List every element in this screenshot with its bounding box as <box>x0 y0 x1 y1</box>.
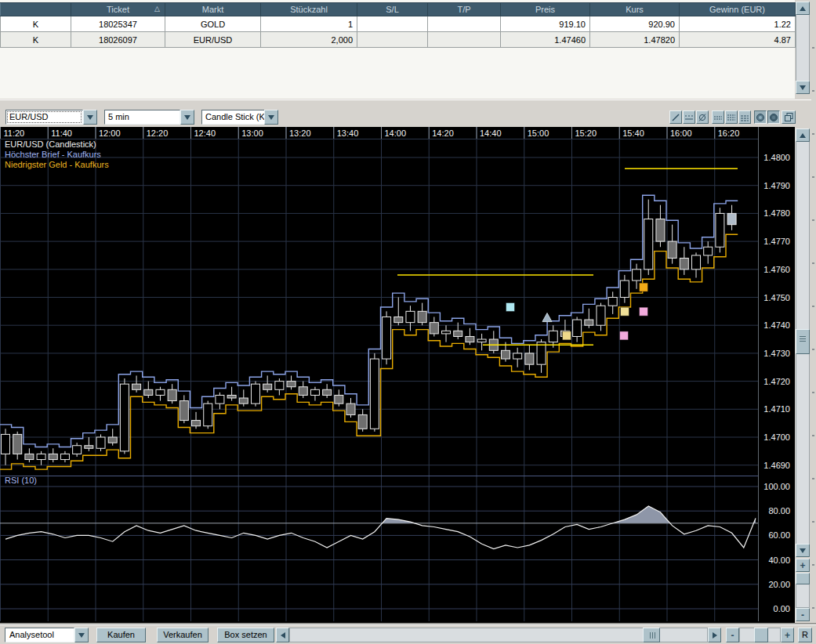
plus-icon: + <box>785 631 790 640</box>
table-cell: 919.10 <box>501 16 590 32</box>
positions-scroll-down-button[interactable] <box>796 81 810 94</box>
chart-label: 16:20 <box>718 128 740 138</box>
symbol-select[interactable]: EUR/USD <box>5 110 83 125</box>
chart-label: 14:00 <box>385 128 407 138</box>
column-header[interactable]: Markt <box>165 3 261 16</box>
interval-select-arrow-button[interactable] <box>180 110 194 125</box>
chart-label: 1.4740 <box>763 320 790 330</box>
position-row[interactable]: K18026097EUR/USD2,0001.474601.478204.87 <box>1 32 796 48</box>
grip-icon <box>648 632 655 639</box>
vertical-zoom-in-button[interactable]: + <box>796 559 810 572</box>
table-cell: 1.22 <box>680 16 796 32</box>
verkaufen-button[interactable]: Verkaufen <box>157 628 209 642</box>
chart-marker[interactable] <box>563 331 571 340</box>
chart-toolbar: EUR/USD 5 min Candle Stick (Kerze <box>0 99 816 127</box>
table-cell: GOLD <box>165 16 261 32</box>
price-chart[interactable]: 11:2011:4012:0012:2012:4013:0013:2013:40… <box>0 127 795 624</box>
column-header[interactable]: Ticket△ <box>71 3 165 16</box>
chart-label: EUR/USD (Candlestick) <box>5 139 96 149</box>
chart-scroll-down-button[interactable] <box>796 544 810 557</box>
column-header[interactable]: Gewinn (EUR) <box>680 3 796 16</box>
chart-label: 100.00 <box>763 482 790 491</box>
column-header[interactable]: Kurs <box>590 3 680 16</box>
chart-label: 11:40 <box>51 128 72 138</box>
arrow-down-icon <box>800 548 806 553</box>
chart-label: 12:00 <box>99 128 121 138</box>
clear-drawings-button[interactable] <box>696 110 709 124</box>
chevron-down-icon <box>78 633 85 638</box>
chevron-down-icon <box>268 115 274 120</box>
chart-label: 14:40 <box>480 128 502 138</box>
chart-label: 13:40 <box>337 128 359 138</box>
horizontal-zoom-thumb[interactable] <box>754 628 768 642</box>
positions-panel: Ticket△MarktStückzahlS/LT/PPreisKursGewi… <box>0 0 795 99</box>
table-cell: 18026097 <box>71 32 165 48</box>
chart-marker[interactable] <box>640 283 648 291</box>
symbol-select-arrow-button[interactable] <box>83 110 97 125</box>
sphere-icon <box>756 113 765 122</box>
arrow-up-icon <box>800 133 806 138</box>
chart-label: 12:20 <box>147 128 169 138</box>
layout-rows-3-button[interactable] <box>738 110 751 124</box>
chart-type-select-arrow-button[interactable] <box>264 110 278 125</box>
table-cell <box>357 32 428 48</box>
line-draw-tool-button[interactable] <box>669 110 682 124</box>
chart-marker[interactable] <box>640 307 648 316</box>
pattern-sphere-light-button[interactable] <box>767 110 780 124</box>
chart-scrollbar-thumb[interactable] <box>796 329 810 354</box>
chart-label: 1.4690 <box>763 461 790 470</box>
indicator-settings-button[interactable] <box>683 110 695 124</box>
table-cell: K <box>1 16 71 32</box>
table-cell: 1 <box>261 16 357 32</box>
minus-icon: - <box>801 610 804 620</box>
table-cell: 920.90 <box>590 16 680 32</box>
table-cell: 2,000 <box>261 32 357 48</box>
table-cell <box>428 32 501 48</box>
chart-marker[interactable] <box>620 331 629 340</box>
reset-button[interactable]: R <box>798 628 812 642</box>
chart-scroll-up-button[interactable] <box>796 128 810 142</box>
cascade-windows-icon <box>784 112 794 122</box>
chart-label: 60.00 <box>768 530 790 540</box>
positions-scroll-up-button[interactable] <box>796 2 810 15</box>
cascade-windows-button[interactable] <box>782 110 796 124</box>
chart-marker[interactable] <box>506 302 515 311</box>
horizontal-zoom-in-button[interactable]: + <box>781 628 794 642</box>
vertical-zoom-out-button[interactable]: - <box>796 608 810 621</box>
column-header[interactable]: S/L <box>357 3 428 16</box>
layout-rows-1-button[interactable] <box>712 110 724 124</box>
chart-hscrollbar-thumb[interactable] <box>643 628 660 642</box>
chart-label: 11:20 <box>4 128 25 138</box>
edge-splitter[interactable] <box>811 0 816 644</box>
column-header[interactable] <box>1 3 71 16</box>
interval-select[interactable]: 5 min <box>104 110 180 125</box>
chart-label: 1.4770 <box>763 237 790 246</box>
positions-table: Ticket△MarktStückzahlS/LT/PPreisKursGewi… <box>0 2 796 48</box>
table-cell: K <box>1 32 71 48</box>
chart-marker[interactable] <box>621 307 629 316</box>
vertical-zoom-thumb[interactable] <box>796 573 810 584</box>
layout-rows-2-button[interactable] <box>725 110 738 124</box>
chart-scroll-right-button[interactable] <box>708 628 721 642</box>
analysetool-select[interactable]: Analysetool <box>5 628 74 642</box>
chart-label: Höchster Brief - Kaufkurs <box>5 150 101 159</box>
chevron-down-icon <box>184 115 190 120</box>
position-row[interactable]: K18025347GOLD1919.10920.901.22 <box>1 16 796 32</box>
column-header[interactable]: Preis <box>501 3 590 16</box>
chart-label: 1.4800 <box>763 153 790 162</box>
trading-app-window: Ticket△MarktStückzahlS/LT/PPreisKursGewi… <box>0 0 816 644</box>
column-header[interactable]: T/P <box>428 3 501 16</box>
analysetool-arrow-button[interactable] <box>74 628 89 642</box>
table-cell: 1.47460 <box>501 32 590 48</box>
horizontal-zoom-out-button[interactable]: - <box>726 628 739 642</box>
table-cell: 1.47820 <box>590 32 680 48</box>
chart-scroll-left-button[interactable] <box>276 628 289 642</box>
sort-indicator-icon: △ <box>154 5 160 13</box>
dashed-lines-icon <box>684 113 694 122</box>
kaufen-button[interactable]: Kaufen <box>96 628 146 642</box>
chart-label: RSI (10) <box>5 476 37 485</box>
chart-label: 1.4790 <box>763 181 790 190</box>
column-header[interactable]: Stückzahl <box>261 3 357 16</box>
pattern-sphere-dark-button[interactable] <box>754 110 767 124</box>
box-setzen-button[interactable]: Box setzen <box>217 628 274 642</box>
